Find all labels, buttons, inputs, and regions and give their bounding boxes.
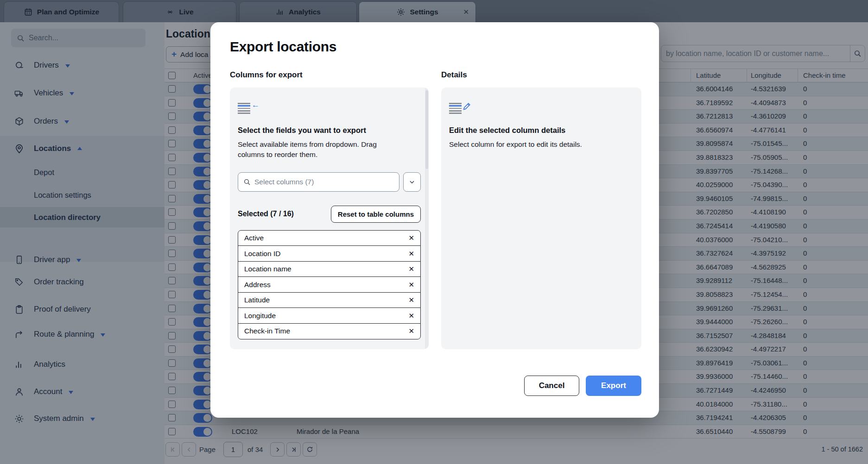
select-columns-dropdown[interactable] xyxy=(238,172,399,192)
remove-column-icon[interactable]: ✕ xyxy=(408,250,414,258)
details-panel: Edit the selected column details Select … xyxy=(441,88,641,349)
column-label: Address xyxy=(244,281,271,289)
export-button[interactable]: Export xyxy=(586,376,641,396)
selected-column-item[interactable]: Active ✕ xyxy=(238,230,421,246)
selected-column-item[interactable]: Latitude ✕ xyxy=(238,292,421,308)
column-label: Active xyxy=(244,234,264,242)
panel-heading: Edit the selected column details xyxy=(449,126,634,135)
remove-column-icon[interactable]: ✕ xyxy=(408,296,414,304)
columns-export-panel: ← Select the fields you want to export S… xyxy=(230,88,429,349)
remove-column-icon[interactable]: ✕ xyxy=(408,265,414,273)
panel-scrollbar[interactable] xyxy=(425,88,429,349)
remove-column-icon[interactable]: ✕ xyxy=(408,234,414,242)
selected-column-item[interactable]: Longitude ✕ xyxy=(238,307,421,324)
panel-heading: Select the fields you want to export xyxy=(238,126,421,135)
columns-for-export-title: Columns for export xyxy=(230,70,429,80)
selected-column-item[interactable]: Location ID ✕ xyxy=(238,245,421,262)
selected-count-label: Selected (7 / 16) xyxy=(238,210,294,218)
selected-column-item[interactable]: Location name ✕ xyxy=(238,261,421,277)
arrow-left-icon: ← xyxy=(252,100,260,110)
column-label: Latitude xyxy=(244,296,270,304)
modal-title: Export locations xyxy=(230,39,336,55)
reset-to-table-columns-button[interactable]: Reset to table columns xyxy=(331,206,421,223)
remove-column-icon[interactable]: ✕ xyxy=(408,281,414,289)
search-icon xyxy=(243,178,251,186)
column-label: Longitude xyxy=(244,312,276,320)
dropdown-toggle-button[interactable] xyxy=(403,172,421,192)
pencil-icon xyxy=(462,101,472,111)
selected-columns-list: Active ✕ Location ID ✕ Location name xyxy=(238,230,421,339)
remove-column-icon[interactable]: ✕ xyxy=(408,327,414,335)
column-label: Location ID xyxy=(244,250,280,258)
column-label: Check-in Time xyxy=(244,327,290,335)
panel-description: Select available items from dropdown. Dr… xyxy=(238,139,401,160)
edit-column-icon xyxy=(449,102,473,114)
panel-description: Select column for export to edit its det… xyxy=(449,139,612,150)
select-columns-input[interactable] xyxy=(254,178,394,186)
export-columns-icon: ← xyxy=(238,102,262,114)
cancel-button[interactable]: Cancel xyxy=(524,376,579,396)
export-locations-modal: Export locations Columns for export ← Se… xyxy=(210,22,659,418)
details-title: Details xyxy=(441,70,641,80)
selected-column-item[interactable]: Check-in Time ✕ xyxy=(238,323,421,339)
column-label: Location name xyxy=(244,265,291,273)
remove-column-icon[interactable]: ✕ xyxy=(408,312,414,320)
app-screen: Plan and Optimize Live Analytics Setting… xyxy=(0,0,868,464)
selected-column-item[interactable]: Address ✕ xyxy=(238,276,421,293)
